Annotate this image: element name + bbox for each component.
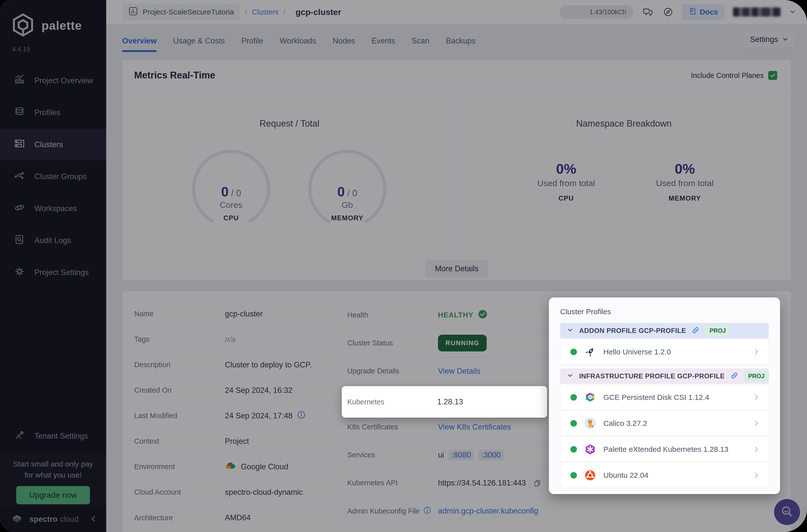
infrastructure-profile-section-header[interactable]: INFRASTRUCTURE PROFILE GCP-PROFILE PROJ (560, 368, 769, 384)
chevron-right-icon (753, 420, 760, 427)
profile-layer-gce-csi[interactable]: GCE Persistent Disk CSI 1.12.4 (560, 385, 769, 410)
status-dot-green (570, 472, 577, 478)
chevron-down-icon (567, 372, 574, 380)
proj-scope-badge: PROJ (705, 325, 730, 336)
profile-layer-hello-universe[interactable]: Hello Universe 1.2.0 (560, 339, 769, 364)
chevron-down-icon (567, 327, 574, 335)
profile-layer-calico[interactable]: Calico 3.27.2 (560, 411, 769, 436)
profile-layer-palette-extended-kubernetes[interactable]: Palette eXtended Kubernetes 1.28.13 (560, 437, 769, 462)
chevron-right-icon (753, 348, 760, 356)
profile-layer-ubuntu[interactable]: Ubuntu 22.04 (560, 462, 769, 488)
link-icon (692, 326, 699, 335)
kubernetes-version-value: 1.28.13 (437, 397, 463, 406)
addon-profile-section-header[interactable]: ADDON PROFILE GCP-PROFILE PROJ (560, 323, 769, 338)
calico-icon (584, 418, 596, 429)
proj-scope-badge: PROJ (744, 370, 769, 382)
status-dot-green (570, 420, 577, 426)
rocket-icon (584, 346, 596, 358)
ubuntu-icon (584, 470, 596, 481)
pxk-icon (584, 443, 596, 455)
app-window: palette 4.4.19 Project Overview Profiles… (0, 0, 807, 532)
link-icon (730, 372, 738, 381)
status-dot-green (570, 394, 577, 401)
status-dot-green (570, 349, 577, 355)
chevron-right-icon (753, 445, 760, 453)
cluster-profiles-title: Cluster Profiles (560, 307, 769, 316)
cluster-profiles-panel: Cluster Profiles ADDON PROFILE GCP-PROFI… (549, 298, 780, 494)
chevron-right-icon (753, 394, 760, 401)
status-dot-green (570, 446, 577, 453)
gce-icon (584, 392, 596, 403)
kubernetes-spotlight-row: Kubernetes 1.28.13 (342, 386, 547, 418)
chevron-right-icon (753, 472, 760, 479)
